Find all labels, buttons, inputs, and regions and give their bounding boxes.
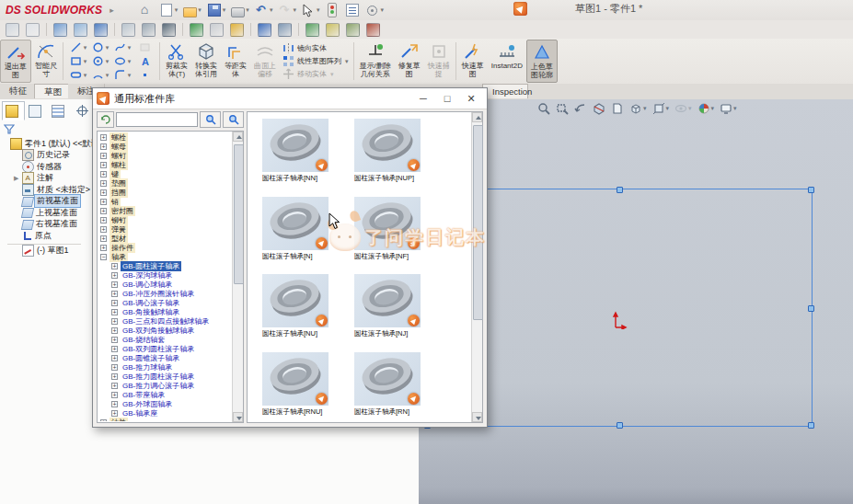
exit-sketch-button[interactable]: 退出草 图 xyxy=(0,40,31,83)
scroll-thumb[interactable] xyxy=(473,125,483,320)
quick-icon[interactable] xyxy=(74,23,87,37)
previous-view-button[interactable] xyxy=(573,101,588,116)
chevron-down-icon[interactable]: ▾ xyxy=(666,105,670,112)
chevron-down-icon[interactable]: ▾ xyxy=(106,58,110,65)
part-thumbnail[interactable] xyxy=(262,352,329,406)
select-button[interactable]: ▾ xyxy=(300,3,322,18)
circle-tool-button[interactable]: ▾ xyxy=(89,40,111,54)
view-orientation-button[interactable]: ▾ xyxy=(651,101,671,116)
maximize-button[interactable]: □ xyxy=(435,90,459,107)
part-card[interactable]: 圆柱滚子轴承[NF] xyxy=(354,194,437,272)
scroll-up-icon[interactable] xyxy=(233,132,243,142)
expand-box-icon[interactable]: + xyxy=(111,401,118,407)
category-tree-node[interactable]: +铆钉 xyxy=(98,215,232,224)
part-card[interactable]: 圆柱滚子轴承[RN] xyxy=(354,349,437,422)
part-tree-node[interactable]: +GB-推力圆柱滚子轴承 xyxy=(98,372,232,381)
expand-box-icon[interactable]: + xyxy=(111,291,118,297)
vertex-handle[interactable] xyxy=(808,187,814,193)
print-button[interactable]: ▾ xyxy=(229,3,251,18)
expand-box-icon[interactable]: + xyxy=(111,281,118,288)
category-tree-node[interactable]: +法兰 xyxy=(98,418,232,421)
part-thumbnail[interactable] xyxy=(354,274,421,327)
linear-pattern-button[interactable]: 线性草图阵列 ▾ xyxy=(282,55,349,67)
expand-box-icon[interactable]: + xyxy=(111,355,118,361)
part-card[interactable]: 圆柱滚子轴承[N] xyxy=(262,194,345,272)
expand-box-icon[interactable]: + xyxy=(100,162,107,168)
midpoint-handle[interactable] xyxy=(617,187,623,193)
slot-tool-button[interactable]: ▾ xyxy=(67,68,89,82)
quick-icon[interactable] xyxy=(305,23,319,37)
annotation-view-button[interactable] xyxy=(610,101,625,116)
edit-appearance-button[interactable]: ▾ xyxy=(697,101,716,116)
part-tree-node[interactable]: +GB-外球面轴承 xyxy=(98,399,232,408)
expand-box-icon[interactable]: + xyxy=(111,383,118,389)
part-thumbnail[interactable] xyxy=(262,274,329,327)
quick-icon[interactable] xyxy=(121,23,135,37)
trim-entities-button[interactable]: 剪裁实 体(T) xyxy=(162,40,191,83)
category-tree-node[interactable]: +垫圈 xyxy=(98,178,232,188)
offset-entities-button[interactable]: 等距实 体 xyxy=(221,40,250,83)
quick-icon[interactable] xyxy=(94,23,108,37)
category-tree-node[interactable]: +弹簧 xyxy=(98,224,232,234)
category-tree-node[interactable]: +螺钉 xyxy=(98,151,232,160)
tab-inspection[interactable]: Inspection xyxy=(482,84,528,98)
scroll-down-icon[interactable] xyxy=(472,412,482,422)
part-tree-node[interactable]: +GB-冲压外圈滚针轴承 xyxy=(98,289,232,298)
collapse-box-icon[interactable]: − xyxy=(100,254,107,260)
quick-icon[interactable] xyxy=(258,23,271,37)
chevron-down-icon[interactable]: ▾ xyxy=(128,72,132,79)
chevron-down-icon[interactable]: ▾ xyxy=(688,105,692,112)
expand-box-icon[interactable]: + xyxy=(100,208,107,214)
perimeter-circle-tool-button[interactable]: ▾ xyxy=(89,54,111,68)
refresh-button[interactable] xyxy=(97,111,114,128)
rectangle-tool-button[interactable]: ▾ xyxy=(67,54,89,68)
category-tree-node[interactable]: +键 xyxy=(98,169,232,178)
quick-icon[interactable] xyxy=(278,23,292,37)
instant2d-button[interactable]: Instant2D xyxy=(488,40,526,83)
expand-box-icon[interactable]: + xyxy=(111,309,118,315)
chevron-down-icon[interactable]: ▾ xyxy=(345,58,349,65)
chevron-down-icon[interactable]: ▾ xyxy=(84,58,87,65)
properties-button[interactable] xyxy=(343,2,362,18)
expand-box-icon[interactable]: + xyxy=(100,245,107,251)
expand-box-icon[interactable]: + xyxy=(100,217,107,223)
chevron-down-icon[interactable]: ▾ xyxy=(84,44,87,52)
expand-box-icon[interactable]: + xyxy=(111,272,118,279)
new-file-button[interactable]: ▾ xyxy=(157,2,180,18)
section-view-button[interactable] xyxy=(592,101,606,116)
point-tool-button[interactable] xyxy=(133,68,156,82)
zoom-fit-button[interactable] xyxy=(536,101,551,116)
part-tree-node[interactable]: +GB-调心滚子轴承 xyxy=(98,298,232,307)
tab-features[interactable]: 特征 xyxy=(0,84,37,98)
expand-box-icon[interactable]: + xyxy=(111,337,118,343)
tab-configurationmanager[interactable] xyxy=(48,101,71,120)
chevron-down-icon[interactable]: ▾ xyxy=(84,72,87,79)
category-tree-node[interactable]: +螺母 xyxy=(98,142,232,151)
expand-box-icon[interactable]: + xyxy=(100,235,107,242)
part-tree-node[interactable]: +GB-烧结轴套 xyxy=(98,335,232,344)
expand-box-icon[interactable]: + xyxy=(100,199,107,205)
redo-button[interactable]: ▾ xyxy=(276,3,298,18)
part-thumbnail[interactable] xyxy=(262,119,329,172)
category-tree-node[interactable]: +密封圈 xyxy=(98,206,232,215)
expand-box-icon[interactable]: + xyxy=(100,143,107,150)
quick-icon[interactable] xyxy=(26,23,40,37)
view-settings-button[interactable]: ▾ xyxy=(719,101,738,116)
quick-icon[interactable] xyxy=(190,23,203,37)
chevron-down-icon[interactable]: ▾ xyxy=(270,6,273,14)
part-tree-node[interactable]: +GB-圆锥滚子轴承 xyxy=(98,353,232,362)
chevron-down-icon[interactable]: ▾ xyxy=(198,6,202,14)
logo-caret-icon[interactable]: ▸ xyxy=(110,6,114,15)
chevron-down-icon[interactable]: ▾ xyxy=(106,72,110,79)
expand-box-icon[interactable]: + xyxy=(100,153,107,159)
chevron-down-icon[interactable]: ▾ xyxy=(223,6,226,14)
zoom-area-button[interactable] xyxy=(555,101,570,116)
expand-box-icon[interactable]: + xyxy=(111,410,118,417)
category-tree-node[interactable]: +螺栓 xyxy=(98,132,232,142)
chevron-down-icon[interactable]: ▾ xyxy=(643,105,647,112)
quick-icon[interactable] xyxy=(162,23,176,37)
advanced-search-button[interactable] xyxy=(223,111,244,128)
part-card[interactable]: 圆柱滚子轴承[NU] xyxy=(262,271,345,349)
part-tree-node[interactable]: +GB-推力球轴承 xyxy=(98,362,232,372)
chevron-down-icon[interactable]: ▾ xyxy=(128,58,132,65)
